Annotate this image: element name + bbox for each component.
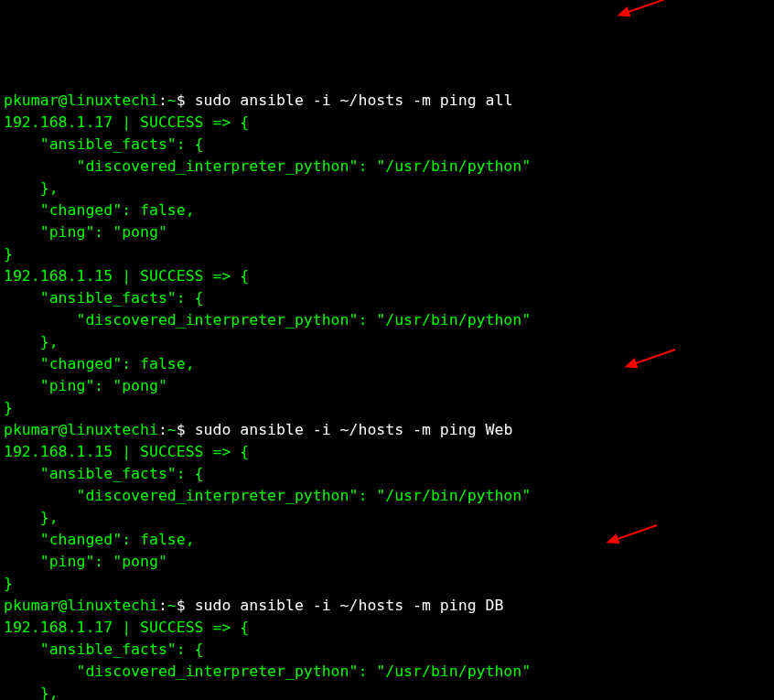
prompt-user-host: pkumar@linuxtechi — [4, 597, 158, 614]
prompt-cwd: ~ — [167, 92, 177, 109]
output-line: "discovered_interpreter_python": "/usr/b… — [4, 157, 531, 175]
output-line: "ping": "pong" — [4, 223, 167, 241]
output-line: "discovered_interpreter_python": "/usr/b… — [4, 662, 531, 680]
prompt-dollar: $ — [177, 421, 195, 438]
output-line: }, — [4, 333, 59, 350]
output-line: "ansible_facts": { — [4, 641, 204, 658]
svg-line-0 — [626, 0, 668, 13]
prompt-sep: : — [158, 92, 167, 109]
prompt-dollar: $ — [177, 597, 195, 614]
command-text[interactable]: sudo ansible -i ~/hosts -m ping DB — [195, 597, 504, 614]
prompt-cwd: ~ — [167, 421, 177, 438]
prompt-user-host: pkumar@linuxtechi — [4, 421, 158, 438]
output-line: 192.168.1.15 | SUCCESS => { — [4, 443, 249, 460]
output-line: 192.168.1.17 | SUCCESS => { — [4, 619, 249, 636]
prompt-sep: : — [158, 421, 167, 438]
output-line: }, — [4, 509, 59, 526]
output-line: 192.168.1.17 | SUCCESS => { — [4, 113, 249, 131]
output-line: "ansible_facts": { — [4, 135, 204, 153]
output-line: } — [4, 245, 13, 263]
output-line: "ping": "pong" — [4, 553, 167, 570]
output-line: 192.168.1.15 | SUCCESS => { — [4, 267, 249, 285]
annotation-arrow-1 — [613, 0, 677, 22]
output-line: } — [4, 575, 13, 592]
output-line: "discovered_interpreter_python": "/usr/b… — [4, 487, 531, 504]
output-line: "ansible_facts": { — [4, 289, 204, 307]
prompt-sep: : — [158, 597, 167, 614]
output-line: "changed": false, — [4, 201, 195, 219]
output-line: "ping": "pong" — [4, 377, 167, 394]
output-line: "changed": false, — [4, 531, 195, 548]
output-line: }, — [4, 179, 59, 197]
prompt-cwd: ~ — [167, 597, 177, 614]
prompt-user-host: pkumar@linuxtechi — [4, 92, 158, 109]
output-line: "changed": false, — [4, 355, 195, 372]
output-line: "discovered_interpreter_python": "/usr/b… — [4, 311, 531, 328]
output-line: } — [4, 399, 13, 416]
output-line: "ansible_facts": { — [4, 465, 204, 482]
output-line: }, — [4, 684, 59, 700]
command-text[interactable]: sudo ansible -i ~/hosts -m ping all — [195, 92, 513, 109]
terminal-viewport[interactable]: pkumar@linuxtechi:~$ sudo ansible -i ~/h… — [4, 90, 770, 700]
command-text[interactable]: sudo ansible -i ~/hosts -m ping Web — [195, 421, 513, 438]
prompt-dollar: $ — [177, 92, 195, 109]
